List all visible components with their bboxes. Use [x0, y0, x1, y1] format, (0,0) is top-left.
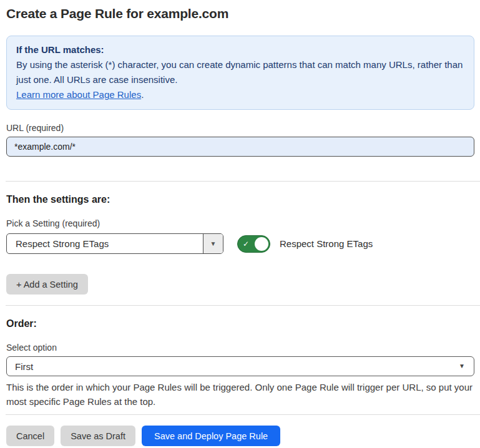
footer-action-bar: Cancel Save as Draft Save and Deploy Pag…: [6, 426, 474, 446]
setting-row: Respect Strong ETags ▼ ✓ Respect Strong …: [6, 233, 474, 254]
pick-setting-label: Pick a Setting (required): [6, 218, 474, 228]
learn-more-link[interactable]: Learn more about Page Rules: [16, 89, 141, 100]
settings-section-heading: Then the settings are:: [6, 194, 474, 205]
order-select-value: First: [15, 361, 33, 372]
order-select-label: Select option: [6, 343, 474, 353]
divider: [6, 414, 480, 415]
save-and-deploy-button[interactable]: Save and Deploy Page Rule: [142, 426, 280, 446]
check-icon: ✓: [243, 240, 249, 248]
setting-toggle-label: Respect Strong ETags: [280, 238, 373, 249]
divider: [6, 181, 480, 182]
order-section-heading: Order:: [6, 318, 474, 329]
chevron-down-icon: ▼: [210, 241, 217, 247]
create-page-rule-panel: Create a Page Rule for example.com If th…: [0, 0, 480, 446]
info-box-body: By using the asterisk (*) character, you…: [16, 57, 464, 87]
url-field-label: URL (required): [6, 123, 474, 133]
link-suffix: .: [141, 89, 144, 100]
info-box-link-line: Learn more about Page Rules.: [16, 87, 464, 102]
setting-toggle[interactable]: ✓: [237, 235, 270, 253]
toggle-knob: [255, 237, 268, 251]
divider: [6, 305, 480, 306]
url-input[interactable]: [6, 137, 474, 157]
info-box-heading: If the URL matches:: [16, 42, 464, 57]
setting-select-arrow-button[interactable]: ▼: [203, 234, 223, 253]
page-title: Create a Page Rule for example.com: [6, 6, 474, 21]
save-as-draft-button[interactable]: Save as Draft: [61, 426, 135, 446]
setting-select[interactable]: Respect Strong ETags ▼: [6, 233, 223, 254]
order-help-text: This is the order in which your Page Rul…: [6, 380, 478, 409]
setting-select-value: Respect Strong ETags: [7, 234, 203, 253]
add-setting-button[interactable]: + Add a Setting: [6, 274, 88, 295]
chevron-down-icon: ▼: [459, 363, 465, 369]
url-match-info-box: If the URL matches: By using the asteris…: [6, 36, 474, 110]
order-select[interactable]: First ▼: [6, 356, 474, 376]
cancel-button[interactable]: Cancel: [6, 426, 54, 446]
